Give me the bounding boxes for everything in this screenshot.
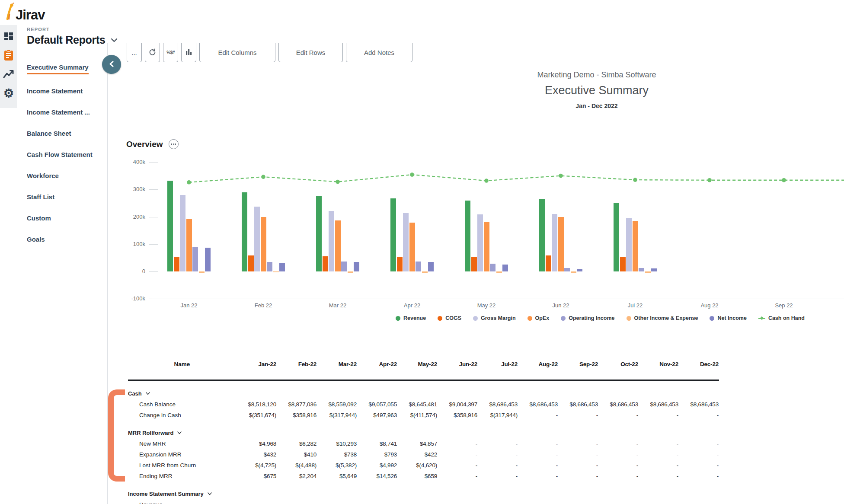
giraffe-icon (5, 3, 15, 22)
legend-item[interactable]: Revenue (396, 315, 426, 321)
value-cell: $(317,944) (316, 412, 357, 418)
refresh-button[interactable] (145, 43, 160, 62)
value-cell: - (437, 473, 477, 479)
value-cell: - (598, 440, 638, 447)
value-cell: - (678, 451, 719, 458)
sidebar-item-staff-list[interactable]: Staff List (27, 192, 54, 201)
sidebar-item-balance-sheet[interactable]: Balance Sheet (27, 129, 71, 138)
company-name: Marketing Demo - Simba Software (467, 70, 726, 80)
legend-item[interactable]: Gross Margin (473, 315, 516, 321)
value-cell: $8,686,453 (558, 401, 598, 408)
collapse-sidebar-button[interactable] (102, 55, 121, 74)
table-row[interactable]: New MRR$4,968$6,282$10,293$8,741$4,857--… (128, 438, 719, 449)
column-header[interactable]: Jan-22 (236, 361, 276, 367)
edit-rows-button[interactable]: Edit Rows (278, 43, 343, 62)
chevron-down-icon[interactable] (177, 431, 182, 434)
value-cell: - (558, 473, 598, 479)
value-cell: $(411,574) (397, 412, 437, 418)
legend-item[interactable]: Operating Income (561, 315, 614, 321)
chart-toggle-button[interactable] (181, 43, 196, 62)
value-cell: $8,559,092 (316, 401, 357, 408)
value-cell: - (678, 440, 719, 447)
reports-clipboard-icon[interactable] (3, 49, 15, 61)
chevron-down-icon[interactable] (146, 392, 150, 395)
value-cell: $422 (397, 451, 437, 458)
row-label: Ending MRR (128, 473, 236, 479)
group-row[interactable]: Cash (128, 388, 719, 399)
value-cell: - (477, 462, 518, 469)
group-label: Income Statement Summary (128, 491, 204, 497)
value-cell: - (518, 451, 558, 458)
column-header[interactable]: Nov-22 (638, 361, 678, 367)
value-cell: - (638, 462, 678, 469)
column-header[interactable]: Apr-22 (357, 361, 397, 367)
sidebar-item-income-statement[interactable]: Income Statement (27, 86, 83, 96)
column-header[interactable]: Mar-22 (316, 361, 357, 367)
bar-chart-icon (185, 49, 192, 57)
sidebar-item-cash-flow-statement[interactable]: Cash Flow Statement (27, 150, 93, 159)
number-format-button[interactable]: %$# (163, 43, 178, 62)
legend-item[interactable]: Net Income (710, 315, 746, 321)
group-row[interactable]: Income Statement Summary (128, 488, 719, 499)
table-row[interactable]: Change in Cash$(351,674)$358,916$(317,94… (128, 410, 719, 421)
column-header[interactable]: Jul-22 (477, 361, 518, 367)
chevron-down-icon[interactable] (208, 492, 212, 495)
value-cell: - (477, 440, 518, 447)
value-cell: $9,004,397 (437, 401, 477, 408)
column-header[interactable]: Aug-22 (518, 361, 558, 367)
legend-item[interactable]: OpEx (528, 315, 550, 321)
legend-dot-icon (473, 316, 478, 321)
gear-icon[interactable]: ⚙ (3, 87, 15, 99)
trends-icon[interactable] (3, 68, 15, 80)
sidebar-item-custom[interactable]: Custom (27, 214, 51, 223)
refresh-icon (149, 48, 156, 57)
column-header[interactable]: Feb-22 (276, 361, 316, 367)
column-header[interactable]: Dec-22 (678, 361, 719, 367)
value-cell: $9,057,055 (357, 401, 397, 408)
value-cell: - (638, 440, 678, 447)
row-label: Change in Cash (128, 412, 236, 418)
sidebar-item-income-statement[interactable]: Income Statement ... (27, 108, 90, 117)
sidebar-item-workforce[interactable]: Workforce (27, 171, 59, 180)
report-toolbar: ... %$# Edit Columns Edit Rows Add Notes (127, 47, 412, 62)
value-cell: $8,518,120 (236, 401, 276, 408)
value-cell: $(5,382) (316, 462, 357, 469)
chevron-down-icon (111, 36, 118, 44)
add-notes-button[interactable]: Add Notes (346, 43, 412, 62)
sidebar-item-executive-summary[interactable]: Executive Summary (27, 63, 89, 74)
legend-item[interactable]: COGS (438, 315, 461, 321)
table-row[interactable]: Cash Balance$8,518,120$8,877,036$8,559,0… (128, 399, 719, 410)
legend-item[interactable]: Other Income & Expense (627, 315, 698, 321)
overview-options-button[interactable] (169, 139, 179, 149)
table-row[interactable]: Ending MRR$675$2,204$5,649$14,526$659---… (128, 471, 719, 482)
dashboard-icon[interactable] (3, 30, 15, 42)
row-label: Revenue (128, 501, 236, 504)
legend-label: OpEx (535, 315, 550, 321)
table-row[interactable]: Lost MRR from Churn$(4,725)$(4,488)$(5,3… (128, 460, 719, 471)
column-header[interactable]: Oct-22 (598, 361, 638, 367)
legend-dot-icon (627, 316, 631, 321)
table-row[interactable]: Expansion MRR$432$410$738$793$422------- (128, 449, 719, 460)
jirav-logo[interactable]: Jirav (5, 3, 45, 22)
column-header[interactable]: Sep-22 (558, 361, 598, 367)
edit-columns-button[interactable]: Edit Columns (199, 43, 275, 62)
value-cell: $8,686,453 (638, 401, 678, 408)
column-header[interactable]: Jun-22 (437, 361, 477, 367)
overview-heading: Overview (126, 140, 163, 149)
column-header[interactable]: Name (128, 361, 236, 367)
value-cell: - (638, 473, 678, 479)
value-cell: $358,916 (276, 412, 316, 418)
value-cell: $497,963 (357, 412, 397, 418)
report-selector[interactable]: Default Reports (27, 34, 118, 46)
more-options-button[interactable]: ... (127, 43, 142, 62)
legend-item[interactable]: Cash on Hand (758, 315, 805, 321)
table-row[interactable]: Revenue (128, 499, 719, 504)
sidebar-item-goals[interactable]: Goals (27, 235, 45, 244)
value-cell: $(4,725) (236, 462, 276, 469)
row-label: New MRR (128, 440, 236, 447)
value-cell: - (598, 473, 638, 479)
value-cell: $2,204 (276, 473, 316, 479)
column-header[interactable]: May-22 (397, 361, 437, 367)
legend-dot-icon (710, 316, 714, 321)
group-row[interactable]: MRR Rollforward (128, 427, 719, 438)
